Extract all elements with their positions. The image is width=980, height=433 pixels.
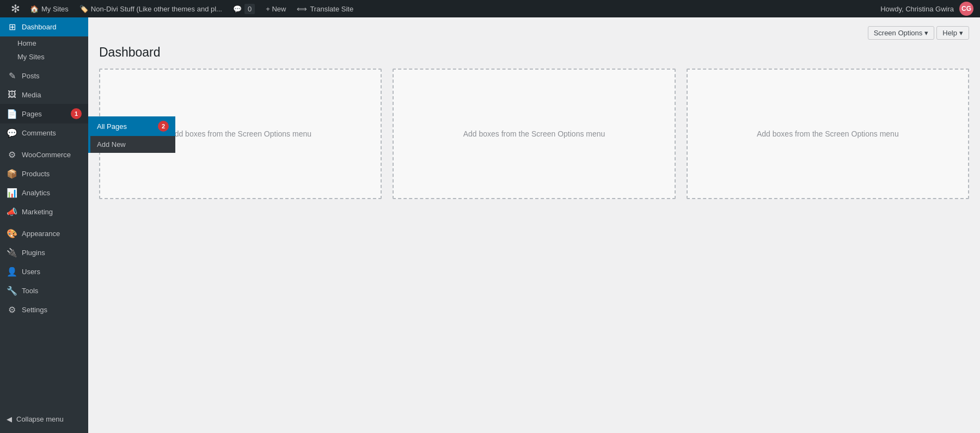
adminbar-comments[interactable]: 💬 0 — [228, 0, 260, 17]
media-icon: 🖼 — [7, 90, 17, 100]
sidebar-item-marketing[interactable]: 📣 Marketing — [0, 202, 88, 221]
sidebar-item-my-sites[interactable]: My Sites — [0, 50, 88, 64]
submenu-add-new[interactable]: Add New — [90, 136, 175, 153]
sidebar-item-pages[interactable]: 📄 Pages 1 — [0, 104, 88, 123]
woo-icon: ⚙ — [7, 150, 17, 160]
wp-logo-icon[interactable]: ✻ — [7, 2, 24, 15]
comments-icon: 💬 — [7, 128, 17, 138]
sidebar-item-dashboard[interactable]: ⊞ Dashboard — [0, 17, 88, 36]
sidebar-item-users[interactable]: 👤 Users — [0, 262, 88, 281]
appearance-icon: 🎨 — [7, 228, 17, 239]
tools-icon: 🔧 — [7, 286, 17, 296]
dashboard-icon: ⊞ — [7, 22, 17, 32]
chevron-down-icon: ▾ — [924, 29, 928, 37]
sidebar: ⊞ Dashboard Home My Sites ✎ Posts 🖼 Medi… — [0, 17, 88, 433]
analytics-icon: 📊 — [7, 188, 17, 198]
screen-options-button[interactable]: Screen Options ▾ — [868, 26, 935, 40]
page-title: Dashboard — [99, 45, 969, 60]
dashboard-box-2: Add boxes from the Screen Options menu — [393, 69, 675, 199]
sidebar-item-home[interactable]: Home — [0, 36, 88, 50]
top-bar: Screen Options ▾ Help ▾ — [99, 23, 969, 43]
help-button[interactable]: Help ▾ — [936, 26, 969, 40]
sidebar-item-woocommerce[interactable]: ⚙ WooCommerce — [0, 145, 88, 164]
my-sites-icon: 🏠 — [30, 5, 39, 13]
collapse-icon: ◀ — [7, 415, 12, 423]
sidebar-item-plugins[interactable]: 🔌 Plugins — [0, 243, 88, 262]
posts-icon: ✎ — [7, 71, 17, 81]
chevron-down-icon: ▾ — [959, 29, 963, 37]
sidebar-item-settings[interactable]: ⚙ Settings — [0, 300, 88, 319]
comment-icon: 💬 — [233, 5, 242, 13]
sidebar-item-comments[interactable]: 💬 Comments — [0, 123, 88, 143]
adminbar-user: Howdy, Christina Gwira CG — [880, 2, 973, 16]
products-icon: 📦 — [7, 169, 17, 179]
pages-submenu: All Pages 2 Add New — [88, 116, 175, 153]
sidebar-item-media[interactable]: 🖼 Media — [0, 85, 88, 104]
adminbar-my-sites[interactable]: 🏠 My Sites — [24, 0, 74, 17]
pages-icon: 📄 — [7, 109, 17, 119]
sidebar-item-posts[interactable]: ✎ Posts — [0, 66, 88, 85]
dashboard-grid: Add boxes from the Screen Options menu A… — [99, 69, 969, 199]
adminbar-translate[interactable]: ⟺ Translate Site — [291, 0, 359, 17]
adminbar-site-title[interactable]: 🏷️ Non-Divi Stuff (Like other themes and… — [74, 0, 228, 17]
plugins-icon: 🔌 — [7, 248, 17, 258]
translate-icon: ⟺ — [297, 5, 307, 13]
sidebar-item-tools[interactable]: 🔧 Tools — [0, 281, 88, 300]
admin-bar: ✻ 🏠 My Sites 🏷️ Non-Divi Stuff (Like oth… — [0, 0, 980, 17]
collapse-menu-button[interactable]: ◀ Collapse menu — [0, 411, 88, 428]
sidebar-item-appearance[interactable]: 🎨 Appearance — [0, 224, 88, 243]
sidebar-item-products[interactable]: 📦 Products — [0, 164, 88, 183]
dashboard-box-3: Add boxes from the Screen Options menu — [687, 69, 969, 199]
submenu-all-pages[interactable]: All Pages 2 — [90, 116, 175, 136]
main-content: Screen Options ▾ Help ▾ Dashboard Add bo… — [88, 17, 980, 433]
settings-icon: ⚙ — [7, 305, 17, 315]
sidebar-item-analytics[interactable]: 📊 Analytics — [0, 183, 88, 202]
users-icon: 👤 — [7, 267, 17, 277]
user-avatar[interactable]: CG — [959, 2, 973, 16]
marketing-icon: 📣 — [7, 207, 17, 217]
site-icon: 🏷️ — [79, 5, 88, 13]
adminbar-new[interactable]: + New — [260, 0, 291, 17]
